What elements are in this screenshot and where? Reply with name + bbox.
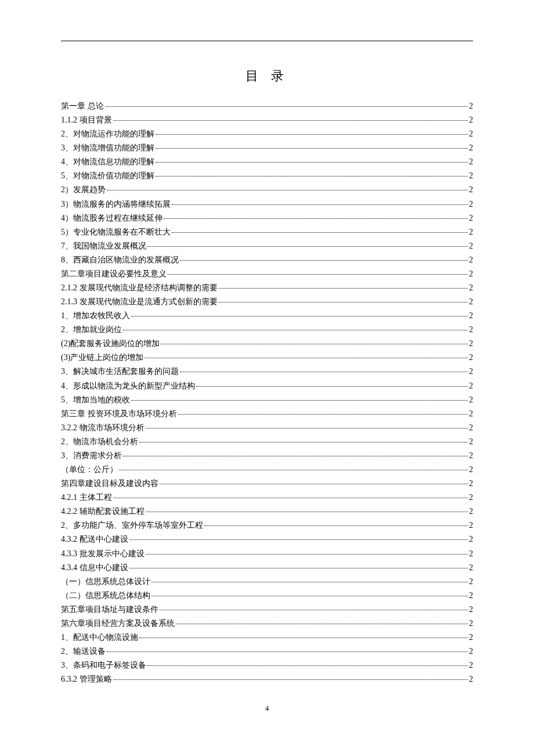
- toc-leader-dots: [172, 232, 468, 233]
- toc-leader-dots: [123, 456, 468, 456]
- toc-item: 2、对物流运作功能的理解2: [61, 127, 473, 141]
- toc-item: 4、形成以物流为龙头的新型产业结构2: [61, 379, 473, 393]
- toc-page: 2: [469, 519, 473, 532]
- toc-page: 2: [469, 323, 473, 337]
- toc-label: 3、对物流增值功能的理解: [61, 141, 154, 155]
- toc-item: 2、增加就业岗位2: [61, 323, 473, 337]
- toc-item: 4.3.4 信息中心建设2: [61, 561, 473, 575]
- toc-item: 5、对物流价值功能的理解2: [61, 169, 473, 183]
- toc-label: 1、配送中心物流设施: [61, 631, 138, 645]
- toc-item: 2、物流市场机会分析2: [61, 435, 473, 449]
- toc-item: 1.1.2 项目背景2: [61, 113, 473, 127]
- toc-label: 6.3.2 管理策略: [61, 672, 112, 686]
- toc-page: 2: [469, 575, 473, 589]
- toc-page: 2: [469, 379, 473, 393]
- toc-leader-dots: [123, 330, 468, 330]
- toc-item: 6.3.2 管理策略2: [61, 672, 473, 686]
- toc-leader-dots: [129, 568, 468, 568]
- header-divider: [61, 41, 473, 41]
- toc-page: 2: [469, 281, 473, 295]
- toc-item: 1、增加农牧民收入2: [61, 309, 473, 323]
- toc-item: 3、条码和电子标签设备2: [61, 658, 473, 672]
- toc-item: 第五章项目场址与建设条件2: [61, 603, 473, 617]
- toc-page: 2: [469, 505, 473, 519]
- toc-item: 3.2.2 物流市场环境分析2: [61, 421, 473, 435]
- toc-item: 2.1.3 发展现代物流业是流通方式创新的需要2: [61, 295, 473, 309]
- toc-page: 2: [469, 127, 473, 141]
- toc-item: 5、增加当地的税收2: [61, 393, 473, 407]
- toc-page: 2: [469, 337, 473, 351]
- toc-page: 2: [469, 295, 473, 309]
- toc-label: 2、物流市场机会分析: [61, 435, 138, 449]
- toc-item: （单位：公斤）2: [61, 463, 473, 477]
- toc-leader-dots: [156, 176, 468, 177]
- toc-page: 2: [469, 532, 473, 546]
- toc-item: 1、配送中心物流设施2: [61, 631, 473, 645]
- toc-label: 2.1.3 发展现代物流业是流通方式创新的需要: [61, 295, 218, 309]
- toc-label: 3、消费需求分析: [61, 449, 122, 463]
- toc-label: （单位：公斤）: [61, 463, 118, 477]
- toc-item: 5）专业化物流服务在不断壮大2: [61, 225, 473, 239]
- toc-leader-dots: [156, 162, 468, 163]
- toc-label: （二）信思系统总体结构: [61, 589, 150, 603]
- toc-label: 4.2.2 辅助配套设施工程: [61, 505, 145, 519]
- toc-label: 5、对物流价值功能的理解: [61, 169, 154, 183]
- toc-item: 2、多功能广场、室外停车场等室外工程2: [61, 519, 473, 532]
- toc-item: 4.3.2 配送中心建设2: [61, 532, 473, 546]
- toc-leader-dots: [161, 344, 468, 344]
- toc-item: 7、我国物流业发展概况2: [61, 239, 473, 253]
- toc-label: 3.2.2 物流市场环境分析: [61, 421, 145, 435]
- toc-label: 3、解决城市生活配套服务的问题: [61, 365, 179, 379]
- toc-leader-dots: [139, 442, 468, 442]
- toc-leader-dots: [107, 651, 468, 652]
- toc-label: 4、形成以物流为龙头的新型产业结构: [61, 379, 195, 393]
- toc-leader-dots: [168, 274, 468, 275]
- toc-leader-dots: [156, 148, 468, 149]
- toc-page: 2: [469, 491, 473, 505]
- toc-label: 第六章项目经营方案及设备系统: [61, 617, 175, 631]
- toc-item: 8、西藏自治区物流业的发展概况2: [61, 253, 473, 267]
- toc-label: 2、输送设备: [61, 645, 106, 658]
- toc-leader-dots: [147, 246, 468, 247]
- toc-page: 2: [469, 672, 473, 686]
- toc-leader-dots: [105, 106, 468, 107]
- toc-item: 4.2.2 辅助配套设施工程2: [61, 505, 473, 519]
- toc-page: 2: [469, 631, 473, 645]
- toc-label: 第四章建设目标及建设内容: [61, 477, 158, 491]
- toc-leader-dots: [146, 428, 468, 429]
- toc-leader-dots: [151, 596, 468, 596]
- toc-page: 2: [469, 617, 473, 631]
- toc-item: 4、对物流信息功能的理解2: [61, 155, 473, 169]
- toc-page: 2: [469, 309, 473, 323]
- toc-leader-dots: [172, 204, 468, 205]
- toc-page: 2: [469, 658, 473, 672]
- toc-leader-dots: [176, 624, 468, 624]
- toc-leader-dots: [180, 372, 468, 372]
- toc-item: 4.3.3 批发展示中心建设2: [61, 547, 473, 561]
- toc-item: 第一章 总论2: [61, 99, 473, 113]
- toc-item: 2）发展趋势2: [61, 183, 473, 197]
- toc-label: 4.2.1 主体工程: [61, 491, 112, 505]
- toc-item: 4）物流股务过程在继续延伸2: [61, 211, 473, 225]
- toc-label: (3)产业链上岗位的增加: [61, 351, 143, 365]
- toc-leader-dots: [204, 525, 468, 526]
- toc-page: 2: [469, 561, 473, 575]
- toc-page: 2: [469, 589, 473, 603]
- toc-leader-dots: [145, 358, 468, 358]
- toc-label: 1.1.2 项目背景: [61, 113, 112, 127]
- toc-page: 2: [469, 169, 473, 183]
- toc-page: 2: [469, 253, 473, 267]
- toc-leader-dots: [119, 470, 468, 470]
- toc-page: 2: [469, 365, 473, 379]
- table-of-contents: 第一章 总论21.1.2 项目背景22、对物流运作功能的理解23、对物流增值功能…: [61, 99, 473, 686]
- toc-page: 2: [469, 645, 473, 658]
- toc-page: 2: [469, 421, 473, 435]
- toc-item: （二）信思系统总体结构2: [61, 589, 473, 603]
- toc-item: 4.2.1 主体工程2: [61, 491, 473, 505]
- toc-item: (3)产业链上岗位的增加2: [61, 351, 473, 365]
- toc-label: (2)配套服务设施岗位的增加: [61, 337, 160, 351]
- toc-leader-dots: [160, 610, 468, 610]
- toc-item: 2、输送设备2: [61, 645, 473, 658]
- toc-label: 4）物流股务过程在继续延伸: [61, 211, 163, 225]
- toc-page: 2: [469, 211, 473, 225]
